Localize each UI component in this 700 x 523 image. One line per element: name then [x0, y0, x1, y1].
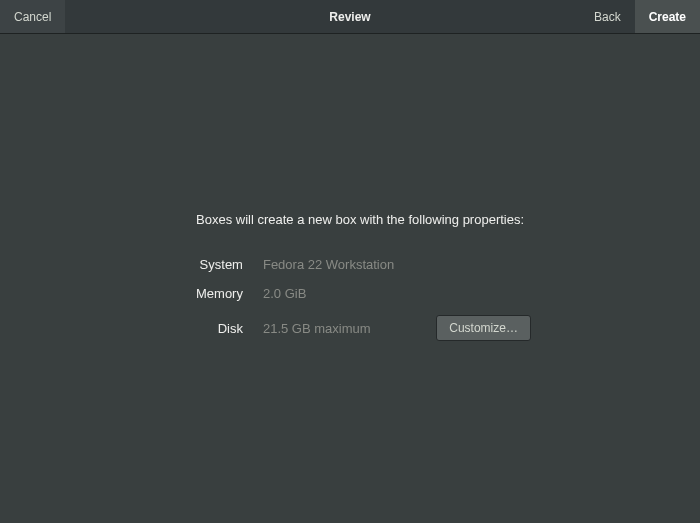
property-label-system: System [196, 257, 243, 272]
header-left-group: Cancel [0, 0, 65, 33]
header-right-group: Back Create [580, 0, 700, 33]
cancel-button[interactable]: Cancel [0, 0, 65, 33]
customize-button[interactable]: Customize… [436, 315, 531, 341]
back-button[interactable]: Back [580, 0, 635, 33]
page-title: Review [329, 10, 370, 24]
content-area: Boxes will create a new box with the fol… [196, 34, 700, 341]
header-bar: Cancel Review Back Create [0, 0, 700, 34]
intro-text: Boxes will create a new box with the fol… [196, 212, 524, 227]
property-label-disk: Disk [196, 321, 243, 336]
properties-grid: System Fedora 22 Workstation Memory 2.0 … [196, 257, 531, 341]
spacer [414, 293, 415, 294]
spacer [414, 264, 415, 265]
property-value-memory: 2.0 GiB [263, 286, 394, 301]
create-button[interactable]: Create [635, 0, 700, 33]
property-label-memory: Memory [196, 286, 243, 301]
property-value-disk: 21.5 GB maximum [263, 321, 394, 336]
property-value-system: Fedora 22 Workstation [263, 257, 394, 272]
